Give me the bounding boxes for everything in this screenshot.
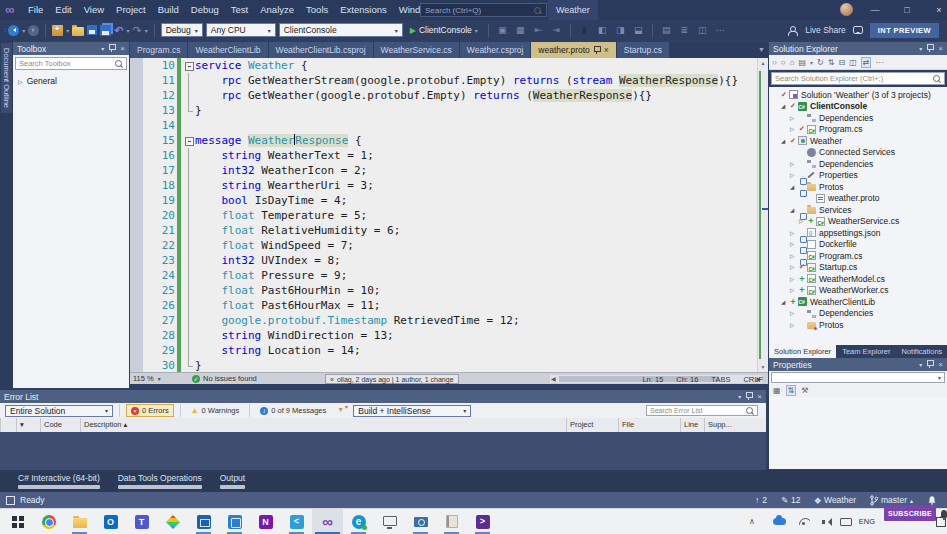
tab-data-tools-operations[interactable]: Data Tools Operations (114, 473, 206, 492)
code-line[interactable]: 24 float Pressure = 9; (130, 268, 738, 283)
tray-expand-icon[interactable]: ∧ (745, 509, 759, 534)
menu-file[interactable]: File (22, 0, 49, 20)
window-position-icon[interactable]: ▾ (919, 45, 922, 52)
code-line[interactable]: 30} (130, 358, 738, 372)
new-project-caret-icon[interactable]: ▾ (66, 27, 69, 34)
code-line[interactable]: 13} (130, 103, 738, 118)
teams[interactable]: T (126, 509, 157, 534)
pending-edits-button[interactable]: ✎12 (781, 495, 801, 505)
tree-item-appsettings-json[interactable]: ▷appsettings.json (769, 227, 947, 239)
close-icon[interactable]: × (757, 392, 762, 401)
subscribe-overlay-button[interactable]: SUBSCRIBE (884, 505, 936, 521)
expand-arrow-icon[interactable]: ▷ (790, 172, 798, 178)
column-flag[interactable]: ▾ (16, 418, 40, 432)
column-description[interactable]: Description ▴ (80, 418, 566, 432)
code-line[interactable]: 28 string WindDirection = 13; (130, 328, 738, 343)
expand-arrow-icon[interactable]: ▷ (790, 115, 798, 121)
navigate-forward-button[interactable] (28, 25, 39, 36)
codelens-history-badge[interactable]: « ollag, 2 days ago | 1 author, 1 change (325, 374, 459, 384)
notebook-app[interactable] (436, 509, 467, 534)
tab-c-interactive-64-bit[interactable]: C# Interactive (64-bit) (14, 473, 104, 492)
code-line[interactable]: 10service Weather { (130, 58, 738, 73)
expand-arrow-icon[interactable]: ▷ (790, 287, 798, 293)
expand-arrow-icon[interactable]: ▷ (790, 241, 798, 247)
comment-icon[interactable]: ◧ (595, 25, 610, 35)
properties-object-dropdown[interactable]: ▾ (769, 371, 947, 384)
tab-startup-cs[interactable]: Startup.cs (617, 42, 669, 58)
menu-build[interactable]: Build (152, 0, 185, 20)
tab-weatherclientlib-csproj[interactable]: WeatherClientLib.csproj (269, 42, 373, 58)
code-line[interactable]: 18 string WeartherUri = 3; (130, 178, 738, 193)
window-position-icon[interactable]: ▾ (919, 361, 922, 368)
overflow-icon[interactable]: ⋯ (875, 58, 883, 67)
tree-item-connected-services[interactable]: Connected Services (769, 147, 947, 159)
code-line[interactable]: 20 float Temperature = 5; (130, 208, 738, 223)
tab-solution-explorer[interactable]: Solution Explorer (769, 345, 836, 358)
notifications-bell-icon[interactable] (927, 495, 937, 506)
switch-views-icon[interactable]: ▤ (799, 58, 807, 67)
office-hub[interactable] (157, 509, 188, 534)
open-file-button[interactable] (72, 27, 84, 36)
screen-magnifier[interactable] (405, 509, 436, 534)
column-line[interactable]: Line (680, 418, 704, 432)
pin-icon[interactable] (594, 46, 600, 55)
column-file[interactable]: File (618, 418, 680, 432)
outlook[interactable]: O (95, 509, 126, 534)
property-pages-icon[interactable]: ⚒ (801, 386, 808, 395)
tree-item-dependencies[interactable]: ▷Dependencies (769, 308, 947, 320)
uncomment-icon[interactable]: ◨ (613, 25, 628, 35)
expand-arrow-icon[interactable]: ▷ (790, 253, 798, 259)
tab-weatherclientlib[interactable]: WeatherClientLib (188, 42, 267, 58)
repository-button[interactable]: ◆Weather (814, 495, 856, 505)
undo-button[interactable]: ↶ (114, 25, 123, 35)
int-preview-button[interactable]: INT PREVIEW (870, 23, 939, 38)
collapse-arrow-icon[interactable]: ◢ (781, 138, 789, 144)
eol-mode[interactable]: CRLF (743, 375, 763, 384)
code-line[interactable]: 14 (130, 118, 738, 133)
tab-document-outline[interactable]: Document Outline (1, 43, 12, 113)
display-items-icon[interactable]: ▤ (659, 25, 674, 35)
vscode[interactable]: < (281, 509, 312, 534)
tree-item-protos[interactable]: ▷Protos (769, 319, 947, 331)
close-icon[interactable]: × (120, 44, 125, 53)
increase-indent-icon[interactable]: ⇥ (549, 25, 564, 35)
scope-dropdown[interactable]: Entire Solution▾ (5, 405, 113, 417)
forward-icon[interactable]: ○ (781, 58, 786, 67)
tree-item-weather[interactable]: ◢✓Weather (769, 135, 947, 147)
tree-item-protos[interactable]: ◢Protos (769, 181, 947, 193)
expand-arrow-icon[interactable]: ▷ (790, 322, 798, 328)
menu-tools[interactable]: Tools (300, 0, 334, 20)
toolbar-grip[interactable]: ⁞ (4, 26, 5, 35)
tree-item-program-cs[interactable]: ▷✓Program.cs (769, 124, 947, 136)
branch-button[interactable]: master▴ (870, 495, 913, 506)
close-icon[interactable]: × (938, 360, 943, 369)
tree-item-startup-cs[interactable]: ▷✓Startup.cs (769, 262, 947, 274)
tab-output[interactable]: Output (216, 473, 250, 492)
fold-toggle-icon[interactable] (184, 58, 195, 73)
undo-caret-icon[interactable]: ▾ (126, 27, 129, 34)
live-share-icon[interactable] (788, 26, 798, 35)
tab-weather-proto[interactable]: weather.proto× (531, 42, 615, 58)
menu-project[interactable]: Project (110, 0, 152, 20)
tree-item-dockerfile[interactable]: ▷Dockerfile (769, 239, 947, 251)
scroll-up-icon[interactable]: ▲ (758, 60, 768, 66)
close-button[interactable]: × (924, 0, 947, 20)
redo-button[interactable]: ↷ (133, 25, 142, 35)
tree-item-weatherworker-cs[interactable]: ▷+WeatherWorker.cs (769, 285, 947, 297)
code-line[interactable]: 21 float RelativeHumidity = 6; (130, 223, 738, 238)
tree-item-solution-weather-3-of-3-projects[interactable]: ✓Solution 'Weather' (3 of 3 projects) (769, 89, 947, 101)
minimize-button[interactable]: — (860, 0, 890, 20)
tree-item-properties[interactable]: ▷Properties (769, 170, 947, 182)
expand-arrow-icon[interactable]: ▷ (790, 276, 798, 282)
collapse-arrow-icon[interactable]: ◢ (781, 299, 789, 305)
code-editor[interactable]: 10service Weather {11 rpc GetWeatherStre… (130, 58, 757, 372)
unpushed-commits-button[interactable]: ↑2 (755, 495, 767, 505)
startup-project-dropdown[interactable]: ClientConsole▾ (279, 23, 403, 37)
tab-list-overflow-icon[interactable]: ▼ (758, 46, 765, 53)
expand-arrow-icon[interactable]: ▷ (790, 126, 798, 132)
tree-item-weatherservice-cs[interactable]: ▷+WeatherService.cs (769, 216, 947, 228)
home-icon[interactable]: ⌂ (790, 58, 795, 67)
collapse-arrow-icon[interactable]: ◢ (790, 184, 798, 190)
tab-weather-csproj[interactable]: Weather.csproj (460, 42, 531, 58)
code-line[interactable]: 19 bool IsDayTime = 4; (130, 193, 738, 208)
